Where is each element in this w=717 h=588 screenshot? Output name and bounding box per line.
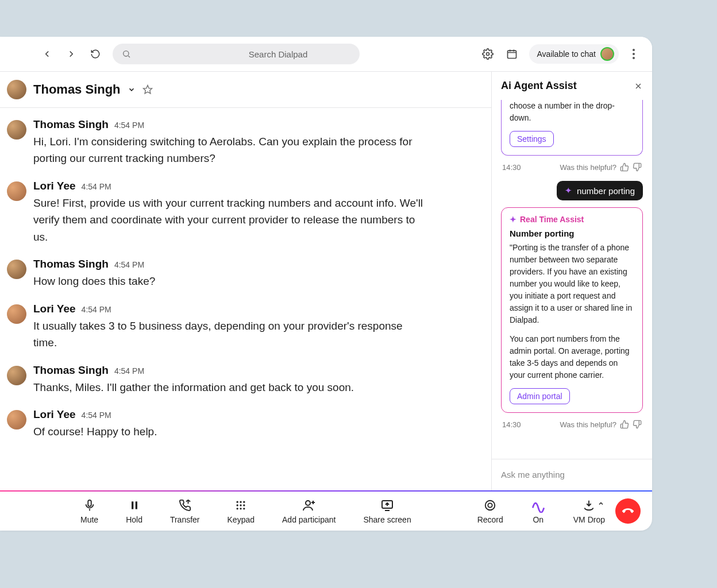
avatar bbox=[7, 410, 26, 430]
avatar-self bbox=[600, 47, 614, 61]
assist-prev-snippet: choose a number in the drop-down. bbox=[510, 100, 634, 124]
svg-point-12 bbox=[243, 504, 245, 506]
chevron-down-icon[interactable] bbox=[128, 86, 136, 94]
thumbs-up-icon[interactable] bbox=[620, 163, 629, 172]
thumbs-down-icon[interactable] bbox=[633, 163, 642, 172]
ai-toggle-button[interactable]: On bbox=[531, 498, 546, 524]
record-button[interactable]: Record bbox=[477, 498, 503, 524]
app-window: Search Dialpad Available to chat Thomas … bbox=[0, 37, 652, 531]
vm-drop-icon bbox=[581, 498, 596, 513]
message-item: Thomas Singh 4:54 PM Hi, Lori. I'm consi… bbox=[7, 118, 482, 167]
sparkle-icon: ✦ bbox=[565, 185, 572, 196]
message-body: It usually takes 3 to 5 business days, d… bbox=[33, 318, 424, 351]
gradient-divider bbox=[0, 490, 652, 492]
avatar bbox=[7, 120, 26, 140]
add-participant-button[interactable]: Add participant bbox=[282, 498, 336, 524]
admin-portal-button[interactable]: Admin portal bbox=[510, 388, 570, 404]
svg-marker-3 bbox=[143, 86, 152, 94]
vm-drop-button[interactable]: VM Drop bbox=[573, 498, 605, 524]
helpful-label: Was this helpful? bbox=[560, 420, 616, 429]
message-item: Lori Yee 4:54 PM It usually takes 3 to 5… bbox=[7, 303, 482, 351]
message-item: Thomas Singh 4:54 PM How long does this … bbox=[7, 258, 482, 289]
svg-point-19 bbox=[488, 503, 492, 507]
assist-user-query: ✦ number porting bbox=[557, 181, 643, 200]
search-input[interactable]: Search Dialpad bbox=[113, 44, 360, 64]
calendar-icon[interactable] bbox=[505, 47, 519, 61]
avatar bbox=[7, 304, 26, 324]
assist-time: 14:30 bbox=[502, 420, 521, 429]
svg-rect-2 bbox=[507, 51, 516, 58]
message-item: Thomas Singh 4:54 PM Thanks, Miles. I'll… bbox=[7, 364, 482, 396]
svg-point-13 bbox=[237, 508, 238, 509]
message-author: Thomas Singh bbox=[33, 364, 109, 377]
message-author: Thomas Singh bbox=[33, 258, 109, 270]
svg-point-14 bbox=[240, 508, 242, 509]
more-menu-icon[interactable] bbox=[629, 49, 638, 59]
message-time: 4:54 PM bbox=[114, 366, 144, 376]
message-body: Sure! First, provide us with your curren… bbox=[33, 195, 424, 245]
svg-point-18 bbox=[485, 501, 495, 510]
avatar bbox=[7, 366, 26, 385]
avatar bbox=[7, 260, 26, 279]
assist-header: Ai Agent Assist bbox=[492, 72, 652, 100]
message-body: Of course! Happy to help. bbox=[33, 423, 157, 440]
refresh-button[interactable] bbox=[88, 47, 102, 61]
main-area: Thomas Singh Thomas Singh 4:54 PM bbox=[0, 72, 652, 490]
message-body: Hi, Lori. I'm considering switching to A… bbox=[33, 133, 424, 167]
svg-point-7 bbox=[237, 501, 238, 503]
search-icon bbox=[122, 49, 131, 59]
share-screen-button[interactable]: Share screen bbox=[363, 498, 411, 524]
contact-name: Thomas Singh bbox=[33, 82, 121, 97]
assist-meta-row: 14:30 Was this helpful? bbox=[501, 160, 643, 177]
status-pill[interactable]: Available to chat bbox=[529, 44, 619, 64]
svg-point-8 bbox=[240, 501, 242, 503]
svg-point-11 bbox=[240, 504, 242, 506]
add-person-icon bbox=[302, 498, 317, 513]
mute-button[interactable]: Mute bbox=[80, 498, 98, 524]
close-icon[interactable] bbox=[634, 82, 643, 91]
svg-point-9 bbox=[243, 501, 245, 503]
message-item: Lori Yee 4:54 PM Sure! First, provide us… bbox=[7, 180, 482, 245]
settings-icon[interactable] bbox=[481, 47, 495, 61]
hold-button[interactable]: Hold bbox=[126, 498, 142, 524]
star-icon[interactable] bbox=[142, 84, 153, 95]
message-body: How long does this take? bbox=[33, 273, 155, 289]
thumbs-up-icon[interactable] bbox=[620, 420, 629, 429]
assist-meta-row: 14:30 Was this helpful? bbox=[501, 417, 643, 435]
message-author: Lori Yee bbox=[33, 303, 76, 315]
message-time: 4:54 PM bbox=[82, 411, 111, 420]
back-button[interactable] bbox=[40, 47, 54, 61]
sparkle-icon: ✦ bbox=[510, 215, 516, 224]
svg-rect-5 bbox=[132, 501, 133, 509]
forward-button[interactable] bbox=[64, 47, 78, 61]
end-call-button[interactable] bbox=[615, 498, 641, 524]
keypad-button[interactable]: Keypad bbox=[228, 498, 255, 524]
ai-icon bbox=[531, 498, 546, 513]
assist-body: choose a number in the drop-down. Settin… bbox=[492, 100, 652, 459]
screen-share-icon bbox=[380, 498, 395, 513]
assist-panel: Ai Agent Assist choose a number in the d… bbox=[491, 72, 652, 490]
assist-input-placeholder: Ask me anything bbox=[501, 470, 565, 479]
top-toolbar: Search Dialpad Available to chat bbox=[0, 37, 652, 71]
message-body: Thanks, Miles. I'll gather the informati… bbox=[33, 379, 354, 396]
thumbs-down-icon[interactable] bbox=[633, 420, 642, 429]
transfer-icon bbox=[178, 498, 192, 513]
settings-link-button[interactable]: Settings bbox=[510, 131, 554, 147]
assist-card-text: "Porting is the transfer of a phone numb… bbox=[510, 242, 634, 326]
transfer-button[interactable]: Transfer bbox=[170, 498, 200, 524]
assist-title: Ai Agent Assist bbox=[501, 80, 577, 92]
svg-point-1 bbox=[486, 53, 489, 56]
message-time: 4:54 PM bbox=[82, 305, 111, 314]
message-time: 4:54 PM bbox=[114, 260, 144, 269]
svg-point-0 bbox=[124, 51, 129, 56]
message-time: 4:54 PM bbox=[114, 121, 144, 130]
svg-rect-6 bbox=[135, 501, 137, 509]
assist-card-heading: Number porting bbox=[510, 229, 634, 238]
keypad-icon bbox=[233, 498, 248, 513]
assist-card: ✦ Real Time Assist Number porting "Porti… bbox=[501, 207, 643, 413]
assist-input[interactable]: Ask me anything bbox=[492, 459, 652, 490]
assist-card-label: ✦ Real Time Assist bbox=[510, 215, 634, 224]
message-author: Lori Yee bbox=[33, 180, 76, 192]
call-toolbar: Mute Hold Transfer Keypad Add participan… bbox=[0, 490, 652, 531]
avatar bbox=[7, 181, 26, 201]
